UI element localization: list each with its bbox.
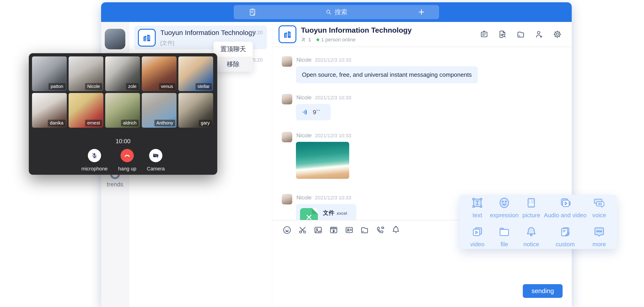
more-icon — [593, 225, 606, 239]
participant-tile: aldrich — [105, 93, 140, 128]
search-icon — [326, 9, 332, 15]
audio-video-icon — [559, 196, 572, 210]
panel-item-label: voice — [592, 212, 606, 219]
contact-card-icon[interactable] — [344, 225, 354, 235]
trends-label: trends — [101, 181, 129, 188]
panel-item-label: expression — [490, 212, 519, 219]
panel-item-label: more — [592, 241, 606, 248]
panel-item-file[interactable]: file — [490, 225, 519, 248]
online-status: 1 person online — [321, 37, 356, 43]
member-icon — [301, 37, 306, 42]
microphone-label: microphone — [82, 166, 108, 172]
text-bubble: Open source, free, and universal instant… — [296, 66, 478, 83]
picture-icon — [525, 196, 538, 210]
panel-item-audio-video[interactable]: Audio and video — [544, 196, 586, 219]
conversation-time: 15:20 — [250, 30, 263, 36]
camera-muted-icon[interactable] — [149, 149, 162, 162]
sender-name: Nicole — [296, 94, 312, 101]
member-count: 1 — [308, 37, 311, 43]
chat-panel: Tuoyun Information Technology 1 1 person… — [272, 22, 572, 307]
participant-name: Anthony — [154, 120, 175, 126]
send-button[interactable]: sending — [523, 284, 562, 298]
message-time: 2021/12/3 10:33 — [315, 95, 351, 101]
file-ext: .excel — [336, 211, 347, 216]
message-type-panel: text expression picture — [460, 195, 617, 249]
settings-gear-icon[interactable] — [553, 30, 562, 39]
panel-item-picture[interactable]: picture — [519, 196, 544, 219]
panel-item-label: file — [500, 241, 508, 248]
panel-item-notice[interactable]: notice — [519, 225, 544, 248]
group-avatar — [278, 25, 296, 43]
sender-name: Nicole — [296, 194, 312, 201]
video-call-overlay: patton Nicole zole venus stellar danika … — [29, 53, 217, 175]
participant-tile: ernest — [68, 93, 103, 128]
panel-item-expression[interactable]: expression — [490, 196, 519, 219]
participant-name: zole — [126, 83, 138, 90]
video-call-icon[interactable] — [376, 225, 385, 235]
participant-tile: gary — [178, 93, 213, 128]
file-icon[interactable] — [360, 225, 370, 235]
menu-item-pin-chat[interactable]: 置顶聊天 — [214, 41, 253, 57]
menu-item-remove[interactable]: 移除 — [214, 57, 253, 72]
participant-name: venus — [159, 83, 175, 90]
voice-duration: 9`` — [313, 109, 320, 116]
hang-up-icon[interactable] — [120, 149, 134, 162]
expression-icon — [498, 196, 511, 210]
top-bar: 搜索 + — [101, 2, 572, 22]
text-icon — [471, 196, 484, 210]
panel-item-video[interactable]: video — [465, 225, 490, 248]
message-input-area[interactable]: sending — [272, 240, 572, 307]
microphone-muted-icon[interactable] — [88, 149, 101, 162]
video-icon[interactable] — [329, 225, 338, 235]
participant-grid: patton Nicole zole venus stellar danika … — [32, 56, 214, 128]
participant-name: gary — [199, 120, 212, 126]
chat-history-search-icon[interactable] — [498, 30, 507, 39]
participant-name: Nicole — [85, 83, 102, 90]
avatar — [282, 94, 292, 104]
participant-tile: stellar — [178, 56, 213, 91]
message-time: 2021/12/3 10:33 — [315, 133, 351, 139]
excel-file-icon: ✕ — [300, 208, 318, 220]
panel-item-label: video — [470, 241, 484, 248]
file-bubble[interactable]: ✕ 文件.excel 12.8M — [296, 204, 356, 220]
add-member-icon[interactable] — [535, 30, 544, 39]
group-file-icon[interactable] — [516, 30, 525, 39]
plus-icon[interactable]: + — [418, 6, 424, 17]
sender-name: Nicole — [296, 132, 312, 139]
conversation-context-menu: 置顶聊天 移除 — [214, 41, 253, 72]
video-send-icon — [471, 225, 484, 239]
current-user-avatar[interactable] — [105, 29, 125, 49]
panel-item-label: picture — [522, 212, 540, 219]
participant-tile: Anthony — [142, 93, 176, 128]
group-notice-icon[interactable] — [480, 30, 488, 39]
image-icon[interactable] — [313, 225, 323, 235]
hang-up-label: hang up — [118, 166, 136, 172]
group-avatar — [138, 29, 156, 47]
message-list: Nicole 2021/12/3 10:33 Open source, free… — [272, 47, 572, 220]
screenshot-icon[interactable] — [298, 225, 307, 235]
sender-name: Nicole — [296, 57, 312, 63]
voice-bubble[interactable]: 9`` — [296, 104, 331, 120]
participant-tile: zole — [105, 56, 140, 91]
panel-item-text[interactable]: text — [465, 196, 490, 219]
message-time: 2021/12/3 10:33 — [315, 57, 351, 63]
avatar — [282, 56, 292, 67]
panel-item-more[interactable]: more — [586, 225, 612, 248]
participant-name: ernest — [85, 120, 102, 126]
participant-name: patton — [48, 83, 66, 90]
message-time: 2021/12/3 10:33 — [315, 195, 351, 201]
emoji-icon[interactable] — [282, 225, 292, 235]
call-records-icon[interactable] — [248, 7, 257, 17]
notice-bell-icon[interactable] — [391, 225, 401, 235]
participant-name: stellar — [196, 83, 212, 90]
voice-icon — [593, 196, 606, 210]
panel-item-label: text — [472, 212, 482, 219]
participant-name: danika — [48, 120, 66, 126]
participant-tile: danika — [32, 93, 67, 128]
panel-item-label: Audio and video — [544, 212, 586, 219]
panel-item-voice[interactable]: voice — [586, 196, 612, 219]
search-bar[interactable]: 搜索 + — [234, 5, 439, 19]
image-attachment[interactable] — [296, 142, 349, 179]
chat-header: Tuoyun Information Technology 1 1 person… — [272, 22, 572, 47]
panel-item-custom[interactable]: custom — [544, 225, 586, 248]
